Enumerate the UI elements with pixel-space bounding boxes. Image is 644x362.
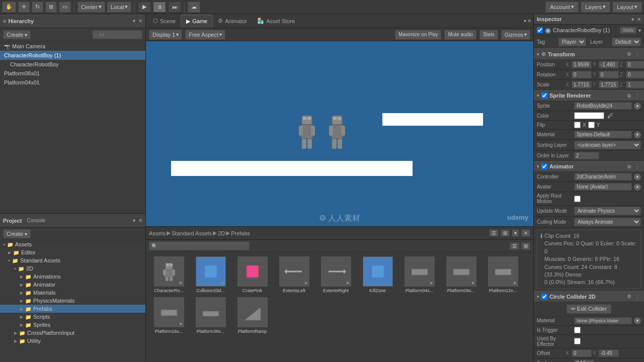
asset-platform04[interactable]: ▶ Platform04x...	[400, 256, 438, 293]
tree-item-utility[interactable]: ▶ 📁 Utility	[0, 337, 145, 345]
hierarchy-item-robot[interactable]: CharacterRobotBoy	[0, 60, 145, 69]
collider-settings[interactable]: ⚙	[626, 294, 632, 299]
project-minimize[interactable]: ▾	[133, 218, 135, 223]
rotation-z-input[interactable]	[626, 71, 644, 78]
animator-settings[interactable]: ⚙	[626, 164, 632, 169]
sprite-renderer-header[interactable]: ▾ Sprite Renderer ⚙ ⋮	[534, 90, 644, 101]
inspector-minimize[interactable]: ▾	[631, 17, 634, 22]
scale-y-input[interactable]	[599, 81, 619, 88]
position-y-input[interactable]	[599, 61, 619, 68]
hierarchy-minimize[interactable]: ▾	[133, 18, 135, 24]
circle-collider-header[interactable]: ▾ Circle Collider 2D ⚙ ⋮	[534, 291, 644, 302]
assets-minimize[interactable]: ▾	[512, 229, 519, 237]
hierarchy-item-robot-1[interactable]: CharacterRobotBoy (1)	[0, 51, 145, 60]
tab-game[interactable]: ▶ Game	[181, 15, 213, 28]
scale-z-input[interactable]	[626, 81, 644, 88]
stats-button[interactable]: Stats	[479, 30, 498, 40]
transform-settings[interactable]: ⚙	[626, 51, 632, 57]
tree-item-editor[interactable]: ▶ 📁 Editor	[0, 248, 145, 256]
tree-item-prefabs[interactable]: ▶ 📁 Prefabs	[0, 305, 145, 313]
rotation-x-input[interactable]	[572, 71, 592, 78]
asset-platform08[interactable]: ▶ Platform08x...	[442, 256, 480, 293]
rotation-y-input[interactable]	[599, 71, 619, 78]
account-button[interactable]: Account ▾	[545, 2, 579, 13]
flip-x-checkbox[interactable]	[574, 122, 581, 128]
hierarchy-close[interactable]: ✕	[138, 18, 142, 24]
animator-checkbox[interactable]	[541, 163, 547, 169]
color-picker-btn[interactable]: 🖊	[606, 112, 614, 119]
inspector-close[interactable]: ✕	[637, 17, 641, 22]
order-input[interactable]	[574, 152, 599, 159]
asset-filter-btn[interactable]: ☰	[510, 242, 519, 250]
hierarchy-item-platform04[interactable]: Platform04x01	[0, 78, 145, 87]
tab-scene[interactable]: ⬡ Scene	[148, 15, 181, 28]
pivot-button[interactable]: Center ▾	[77, 2, 105, 13]
layout-button[interactable]: Layout ▾	[612, 2, 642, 13]
color-swatch[interactable]	[574, 112, 604, 119]
mute-button[interactable]: Mute audio	[444, 30, 476, 40]
hierarchy-search[interactable]	[92, 30, 142, 39]
collider-mat-btn[interactable]: ●	[634, 317, 641, 324]
tree-item-physics[interactable]: ▶ 📁 PhysicsMaterials	[0, 297, 145, 305]
project-create-button[interactable]: Create ▾	[3, 229, 31, 238]
tab-asset-store[interactable]: 🏪 Asset Store	[252, 15, 300, 28]
tree-item-materials[interactable]: ▶ 📁 Materials	[0, 289, 145, 297]
assets-view-btn1[interactable]: ☰	[489, 229, 499, 237]
offset-x-input[interactable]	[572, 349, 592, 357]
sprite-renderer-checkbox[interactable]	[541, 93, 547, 99]
rotate-tool[interactable]: ↻	[32, 2, 43, 13]
edit-collider-button[interactable]: ✏ Edit Collider	[567, 304, 611, 314]
update-dropdown[interactable]: Animate Physics	[574, 207, 641, 215]
asset-extents-right[interactable]: ▶ ExtentsRight	[317, 256, 355, 293]
tree-item-animator[interactable]: ▶ 📁 Animator	[0, 281, 145, 289]
project-close[interactable]: ✕	[138, 218, 142, 223]
controller-select-btn[interactable]: ●	[634, 173, 641, 180]
tree-item-animations[interactable]: ▶ 📁 Animations	[0, 273, 145, 281]
sprite-settings[interactable]: ⚙	[626, 93, 632, 99]
rect-tool[interactable]: ▭	[59, 2, 71, 13]
asset-crate-pink[interactable]: CratePink	[233, 256, 271, 293]
asset-character-robot[interactable]: ▶ ▶ CharacterRo...	[150, 256, 188, 293]
static-dropdown[interactable]: ▾	[638, 28, 641, 33]
maximize-button[interactable]: Maximize on Play	[395, 30, 441, 40]
center-minimize[interactable]: ▾	[524, 18, 526, 24]
tree-item-sprites[interactable]: ▶ 📁 Sprites	[0, 321, 145, 329]
tree-item-standard[interactable]: ▾ 📁 Standard Assets	[0, 256, 145, 264]
asset-extents-left[interactable]: ▶ ExtentsLeft	[275, 256, 313, 293]
asset-collision-slide[interactable]: ▶ CollisionSlid...	[192, 256, 229, 293]
hand-tool[interactable]: ✋	[2, 2, 16, 13]
animator-section-header[interactable]: ▾ Animator ⚙ ⋮	[534, 161, 644, 172]
tree-item-scripts[interactable]: ▶ 📁 Scripts	[0, 313, 145, 321]
tab-animator[interactable]: ⚙ Animator	[213, 15, 252, 28]
asset-search-input[interactable]	[149, 241, 250, 250]
trigger-checkbox[interactable]	[574, 327, 581, 333]
asset-platform-ramp[interactable]: PlatformRamp	[233, 297, 271, 334]
console-tab[interactable]: Console	[27, 218, 45, 223]
aspect-button[interactable]: Free Aspect ▾	[185, 30, 225, 40]
cloud-button[interactable]: ☁	[188, 2, 200, 13]
tree-item-assets[interactable]: ▾ 📁 Assets	[0, 240, 145, 248]
position-z-input[interactable]	[626, 61, 644, 68]
asset-platform16[interactable]: ▶ Platform16x...	[150, 297, 188, 334]
asset-killzone[interactable]: KillZone	[359, 256, 396, 293]
radius-input[interactable]	[574, 359, 594, 362]
scale-x-input[interactable]	[572, 81, 592, 88]
sprite-overflow[interactable]: ⋮	[634, 93, 641, 99]
tree-item-2d[interactable]: ▾ 📁 2D	[0, 264, 145, 273]
material-select-btn[interactable]: ●	[634, 131, 641, 138]
tree-item-crossplatform[interactable]: ▶ 📁 CrossPlatformInput	[0, 329, 145, 337]
pause-button[interactable]: ⏸	[153, 2, 166, 13]
flip-y-checkbox[interactable]	[588, 122, 595, 128]
effector-checkbox[interactable]	[574, 338, 581, 344]
sprite-select-btn[interactable]: ●	[634, 103, 641, 110]
transform-section-header[interactable]: ▾ ⊕ Transform ⚙ ⋮	[534, 48, 644, 60]
hierarchy-create-button[interactable]: Create ▾	[3, 30, 31, 39]
play-button[interactable]: ▶	[138, 2, 151, 13]
asset-view-btn[interactable]: ⊞	[521, 242, 530, 250]
assets-view-btn2[interactable]: ⊞	[501, 229, 510, 237]
scale-tool[interactable]: ⊞	[45, 2, 57, 13]
culling-dropdown[interactable]: Always Animate	[574, 218, 641, 226]
transform-overflow[interactable]: ⋮	[634, 51, 641, 57]
animator-overflow[interactable]: ⋮	[634, 164, 641, 169]
hierarchy-item-main-camera[interactable]: 📷 Main Camera	[0, 42, 145, 51]
